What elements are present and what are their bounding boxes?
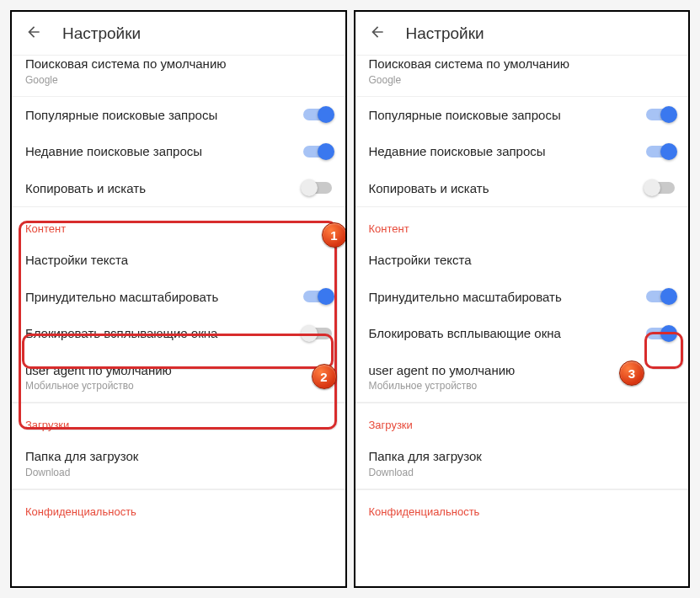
row-label: Папка для загрузок xyxy=(369,448,669,465)
row-search-engine[interactable]: Поисковая система по умолчанию Google xyxy=(355,56,689,97)
section-content: Контент xyxy=(355,206,689,242)
row-label: Принудительно масштабировать xyxy=(25,289,297,306)
row-force-zoom[interactable]: Принудительно масштабировать xyxy=(12,279,345,316)
phone-right: Настройки Поисковая система по умолчанию… xyxy=(354,10,691,588)
row-sub: Мобильное устройство xyxy=(25,380,325,392)
section-privacy: Конфиденциальность xyxy=(355,489,689,525)
row-label: Популярные поисковые запросы xyxy=(369,107,640,124)
row-force-zoom[interactable]: Принудительно масштабировать xyxy=(355,279,689,316)
toggle-block-popups[interactable] xyxy=(303,328,332,339)
page-title: Настройки xyxy=(406,24,484,43)
section-content: Контент xyxy=(12,206,345,242)
row-label: Копировать и искать xyxy=(25,180,297,197)
row-copy-search[interactable]: Копировать и искать xyxy=(355,170,689,207)
row-label: Поисковая система по умолчанию xyxy=(369,56,669,72)
row-label: Популярные поисковые запросы xyxy=(25,107,297,124)
row-block-popups[interactable]: Блокировать всплывающие окна xyxy=(355,315,689,352)
row-popular-searches[interactable]: Популярные поисковые запросы xyxy=(355,97,689,134)
row-download-folder[interactable]: Папка для загрузок Download xyxy=(355,438,689,489)
row-label: user agent по умолчанию xyxy=(25,362,325,379)
row-block-popups[interactable]: Блокировать всплывающие окна xyxy=(12,315,345,352)
row-copy-search[interactable]: Копировать и искать xyxy=(12,170,345,207)
row-label: Копировать и искать xyxy=(369,180,640,197)
row-label: user agent по умолчанию xyxy=(369,362,669,379)
phone-left: Настройки Поисковая система по умолчанию… xyxy=(10,10,347,588)
row-user-agent[interactable]: user agent по умолчанию Мобильное устрой… xyxy=(12,352,345,403)
row-label: Папка для загрузок xyxy=(25,448,325,465)
toggle-force-zoom[interactable] xyxy=(303,291,332,302)
row-text-settings[interactable]: Настройки текста xyxy=(12,242,345,279)
settings-list: Поисковая система по умолчанию Google По… xyxy=(12,56,345,586)
row-sub: Download xyxy=(369,467,669,478)
row-label: Недавние поисковые запросы xyxy=(25,143,297,160)
row-label: Принудительно масштабировать xyxy=(369,289,640,306)
toggle-copy-search[interactable] xyxy=(646,182,675,194)
row-download-folder[interactable]: Папка для загрузок Download xyxy=(12,438,345,489)
row-sub: Google xyxy=(369,74,669,86)
back-icon[interactable] xyxy=(369,24,386,44)
row-recent-searches[interactable]: Недавние поисковые запросы xyxy=(12,133,345,170)
section-downloads: Загрузки xyxy=(12,403,345,438)
row-popular-searches[interactable]: Популярные поисковые запросы xyxy=(12,97,345,134)
toggle-block-popups[interactable] xyxy=(646,328,675,339)
settings-list: Поисковая система по умолчанию Google По… xyxy=(355,56,689,586)
toggle-force-zoom[interactable] xyxy=(646,291,675,302)
row-sub: Download xyxy=(25,467,325,478)
row-user-agent[interactable]: user agent по умолчанию Мобильное устрой… xyxy=(355,352,689,403)
toggle-recent[interactable] xyxy=(646,146,675,158)
row-text-settings[interactable]: Настройки текста xyxy=(355,242,689,279)
toggle-popular[interactable] xyxy=(303,109,332,120)
row-label: Блокировать всплывающие окна xyxy=(369,325,640,342)
row-label: Настройки текста xyxy=(25,252,325,269)
row-label: Настройки текста xyxy=(369,252,669,269)
row-recent-searches[interactable]: Недавние поисковые запросы xyxy=(355,133,689,170)
toggle-recent[interactable] xyxy=(303,146,332,158)
row-sub: Мобильное устройство xyxy=(369,380,669,392)
appbar: Настройки xyxy=(355,12,689,56)
row-label: Блокировать всплывающие окна xyxy=(25,325,297,342)
back-icon[interactable] xyxy=(25,24,42,44)
toggle-popular[interactable] xyxy=(646,109,675,120)
row-sub: Google xyxy=(25,74,325,86)
page-title: Настройки xyxy=(62,24,141,43)
appbar: Настройки xyxy=(12,12,345,56)
section-privacy: Конфиденциальность xyxy=(12,489,345,525)
row-label: Поисковая система по умолчанию xyxy=(25,56,325,72)
section-downloads: Загрузки xyxy=(355,403,689,438)
toggle-copy-search[interactable] xyxy=(303,182,332,194)
row-search-engine[interactable]: Поисковая система по умолчанию Google xyxy=(12,56,345,97)
row-label: Недавние поисковые запросы xyxy=(369,143,640,160)
